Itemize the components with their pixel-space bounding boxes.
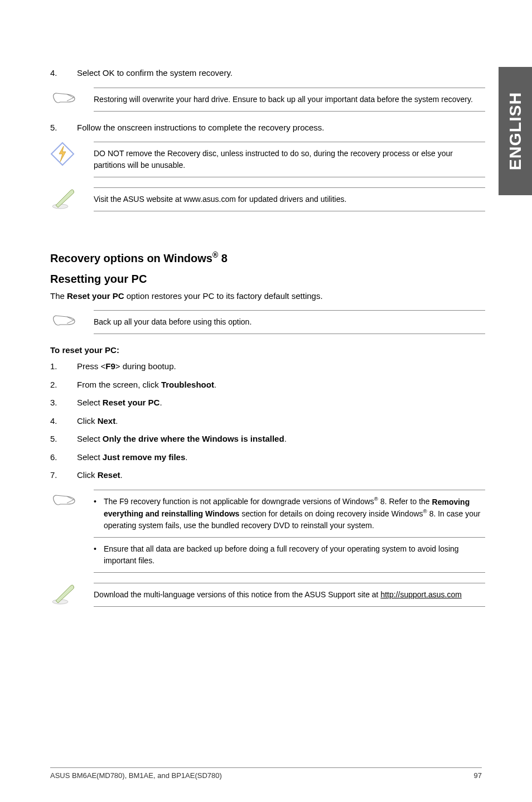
note-f9-recovery: • The F9 recovery function is not applic… [50, 490, 485, 573]
lightning-warning-icon [50, 142, 77, 166]
section-title: Recovery options on Windows® 8 [50, 250, 485, 265]
footer-title: ASUS BM6AE(MD780), BM1AE, and BP1AE(SD78… [50, 771, 222, 780]
note-asus-website: Visit the ASUS website at www.asus.com f… [50, 187, 485, 211]
step-text: Follow the onscreen instructions to comp… [77, 122, 485, 134]
list-item: 1. Press <F9> during bootup. [50, 360, 485, 373]
note-text: • The F9 recovery function is not applic… [94, 490, 485, 573]
page-footer: ASUS BM6AE(MD780), BM1AE, and BP1AE(SD78… [50, 767, 482, 780]
pen-note-icon [50, 583, 77, 605]
pointing-hand-icon [50, 88, 77, 108]
step-number: 4. [50, 67, 77, 80]
section-title-text: Recovery options on Windows® 8 [50, 252, 228, 264]
note-text: Visit the ASUS website at www.asus.com f… [94, 187, 485, 211]
language-tab-label: ENGLISH [506, 92, 525, 170]
bullet-icon: • [94, 543, 104, 567]
step-number: 5. [50, 122, 77, 134]
pointing-hand-icon [50, 490, 77, 510]
note-backup: Back up all your data before using this … [50, 310, 485, 334]
to-reset-heading: To reset your PC: [50, 345, 485, 355]
note-download: Download the multi-language versions of … [50, 583, 485, 607]
note-text: Restoring will overwrite your hard drive… [94, 88, 485, 112]
page-number: 97 [474, 771, 482, 780]
note-restoring: Restoring will overwrite your hard drive… [50, 88, 485, 112]
note-text: Download the multi-language versions of … [94, 583, 485, 607]
list-item: 5. Select Only the drive where the Windo… [50, 433, 485, 446]
step-text: Select OK to confirm the system recovery… [77, 67, 485, 80]
note-text: Back up all your data before using this … [94, 310, 485, 334]
list-item: 6. Select Just remove my files. [50, 451, 485, 464]
page-content: 4. Select OK to confirm the system recov… [50, 67, 485, 607]
step-5: 5. Follow the onscreen instructions to c… [50, 122, 485, 134]
subsection-title: Resetting your PC [50, 273, 485, 286]
list-item: 7. Click Reset. [50, 469, 485, 482]
language-tab: ENGLISH [499, 67, 532, 195]
list-item: 3. Select Reset your PC. [50, 397, 485, 409]
list-item: 2. From the screen, click Troubleshoot. [50, 379, 485, 392]
note-do-not-remove: DO NOT remove the Recovery disc, unless … [50, 142, 485, 177]
bullet-icon: • [94, 496, 104, 532]
list-item: 4. Click Next. [50, 415, 485, 428]
pen-note-icon [50, 187, 77, 210]
pointing-hand-icon [50, 310, 77, 330]
step-4: 4. Select OK to confirm the system recov… [50, 67, 485, 80]
support-link[interactable]: http://support.asus.com [380, 590, 462, 599]
reset-intro: The Reset your PC option restores your P… [50, 290, 485, 303]
note-text: DO NOT remove the Recovery disc, unless … [94, 142, 485, 177]
